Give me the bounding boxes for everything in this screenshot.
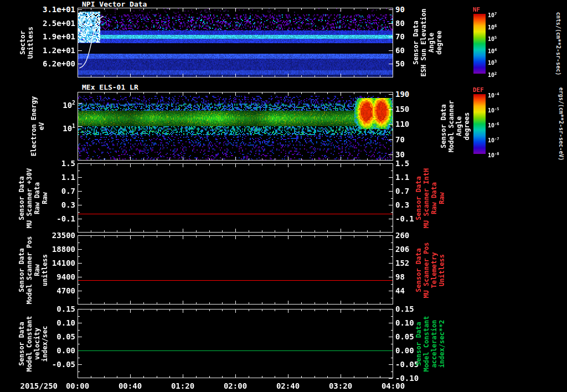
x-tick-mark (275, 158, 275, 160)
x-tick-mark (143, 92, 144, 94)
nf-colorbar-tick-label: 104 (488, 47, 513, 55)
tick-mark (78, 277, 82, 277)
x-tick-mark (327, 158, 328, 160)
axis-label-line: Unitless (437, 235, 445, 305)
x-tick-mark (91, 302, 91, 304)
tick-mark (389, 50, 393, 51)
x-tick-mark (209, 230, 210, 232)
x-tick-mark (288, 310, 288, 313)
x-tick-mark (117, 164, 117, 166)
x-tick-mark (301, 92, 302, 94)
x-tick-mark (91, 8, 91, 10)
x-tick-mark (117, 310, 117, 311)
x-tick-mark (341, 74, 341, 77)
tick-mark (389, 337, 393, 337)
x-tick-mark (209, 164, 210, 166)
def-colorbar-tick-label: 10-5 (488, 106, 513, 114)
axis-label-line: Model Scanner (447, 92, 455, 161)
x-axis-tick-label: 01:20 (166, 381, 199, 390)
nf-colorbar-tick-label: 103 (488, 58, 513, 66)
x-tick-mark (91, 310, 91, 311)
x-tick-mark (262, 8, 262, 10)
axis-label-line: Electron Energy (30, 92, 38, 161)
x-tick-mark (130, 310, 131, 313)
tick-mark (389, 64, 393, 64)
x-tick-mark (130, 229, 131, 232)
x-tick-mark (222, 302, 223, 304)
x-tick-mark (117, 302, 117, 304)
x-tick-mark (288, 8, 288, 12)
x-tick-mark (380, 8, 380, 10)
tick-mark (78, 309, 82, 310)
x-tick-mark (367, 302, 368, 304)
tick-mark (78, 103, 82, 104)
tick-mark (78, 177, 82, 178)
x-tick-mark (104, 236, 105, 238)
x-tick-mark (249, 8, 249, 10)
model-scanner-pos-data-line (78, 280, 393, 281)
x-tick-mark (104, 310, 105, 311)
axis-label-line: ESH Sun Elevation (420, 8, 427, 78)
x-tick-mark (288, 301, 288, 304)
def-colorbar-tick-label: 10-4 (488, 91, 513, 99)
x-tick-mark (275, 92, 275, 94)
minor-tick-mark (78, 256, 80, 257)
tick-mark (389, 124, 393, 125)
axis-label-line: Telemetry (430, 235, 437, 305)
minor-tick-mark (391, 243, 393, 243)
minor-tick-mark (391, 226, 393, 226)
x-tick-mark (262, 376, 262, 378)
mu-scanner-30v-right-axis-label: Sensor DataMU Scanner IntHRaw DataRaw (414, 163, 445, 233)
x-tick-mark (341, 310, 341, 313)
x-tick-mark (209, 8, 210, 10)
minor-tick-mark (78, 358, 80, 358)
x-tick-mark (183, 310, 183, 313)
mu-scanner-30v-left-axis-label: Sensor DataMU Scanner +30VRaw DataRaw (17, 163, 48, 233)
model-constant-velocity-data-line (78, 350, 393, 351)
x-tick-mark (262, 158, 262, 160)
model-constant-velocity-panel (78, 309, 393, 378)
npi-spectrogram-panel (78, 8, 393, 78)
x-tick-mark (235, 301, 236, 304)
x-tick-mark (315, 302, 315, 304)
x-tick-mark (380, 302, 380, 304)
x-tick-mark (91, 230, 91, 232)
x-tick-mark (169, 310, 170, 311)
x-tick-mark (327, 8, 328, 10)
def-colorbar-title: DEF (473, 86, 489, 94)
tick-mark (78, 163, 82, 164)
els-spectrogram-canvas (78, 92, 393, 160)
x-tick-mark (341, 164, 341, 167)
science-plot-page: NPI Vector Data MEx ELS-01 LR 3.1e+012.5… (0, 0, 567, 392)
x-tick-mark (367, 236, 368, 238)
x-tick-mark (275, 8, 275, 10)
x-tick-mark (143, 230, 144, 232)
x-tick-mark (380, 376, 380, 378)
x-tick-mark (104, 92, 105, 94)
x-tick-mark (117, 75, 117, 77)
tick-mark (389, 364, 393, 365)
minor-tick-mark (391, 198, 393, 199)
x-tick-mark (104, 8, 105, 10)
axis-label-line: eV (38, 92, 45, 161)
def-colorbar-tick-label: 10-8 (488, 151, 513, 159)
x-tick-mark (196, 310, 197, 311)
x-tick-mark (222, 75, 223, 77)
x-tick-mark (143, 236, 144, 238)
x-tick-mark (130, 301, 131, 304)
mex-els-01-lr-right-axis-label: Sensor DataModel ScannerAngledegrees (440, 92, 471, 161)
x-tick-mark (169, 164, 170, 166)
axis-label-line: Raw Data (430, 163, 437, 233)
axis-label-line: Sensor Data (414, 235, 422, 305)
x-tick-mark (91, 236, 91, 238)
mex-els-01-lr-right-tick-label: 30 (395, 150, 430, 159)
npi-vector-data-right-axis-label: Sensor DataESH Sun ElevationAngledegree (412, 8, 443, 78)
minor-tick-mark (78, 344, 80, 344)
x-tick-mark (235, 8, 236, 12)
tick-mark (389, 140, 393, 140)
x-tick-mark (117, 92, 117, 94)
nf-colorbar-tick-label: 106 (488, 23, 513, 31)
def-colorbar-tick-label: 10-7 (488, 136, 513, 144)
x-tick-mark (249, 230, 249, 232)
x-tick-mark (380, 75, 380, 77)
